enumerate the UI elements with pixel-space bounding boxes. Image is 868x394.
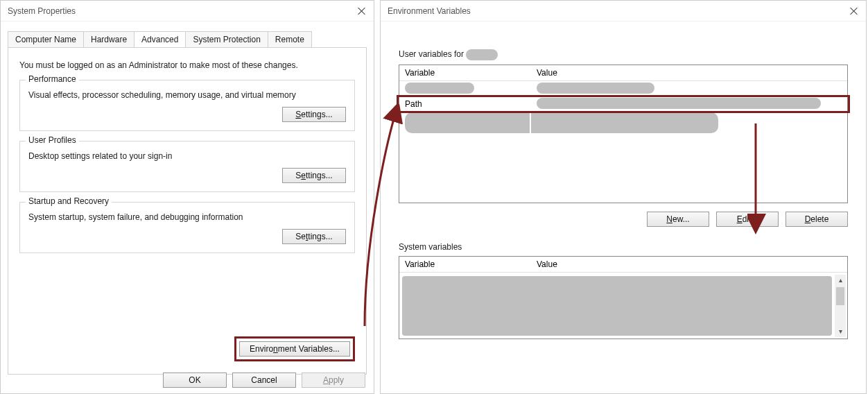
- tab-panel-advanced: You must be logged on as an Administrato…: [8, 47, 367, 375]
- tab-advanced[interactable]: Advanced: [134, 31, 186, 47]
- new-button[interactable]: New...: [647, 212, 709, 227]
- environment-variables-window: Environment Variables User variables for…: [380, 0, 867, 394]
- tab-computer-name[interactable]: Computer Name: [8, 31, 84, 47]
- system-vars-listbox[interactable]: Variable Value ▴ ▾: [399, 256, 848, 339]
- environment-variables-button[interactable]: Environment Variables...: [239, 341, 350, 357]
- chevron-down-icon[interactable]: ▾: [835, 326, 846, 337]
- delete-button[interactable]: Delete: [785, 212, 848, 227]
- settings-button-startup[interactable]: Settings...: [282, 229, 346, 244]
- user-vars-buttons: New... Edit... Delete: [399, 212, 848, 227]
- col-value[interactable]: Value: [531, 257, 847, 272]
- close-icon[interactable]: [849, 6, 859, 16]
- redacted-var: [405, 83, 474, 94]
- redacted-system-vars: [402, 276, 832, 336]
- ok-button[interactable]: OK: [163, 372, 227, 388]
- titlebar-env: Environment Variables: [381, 1, 866, 22]
- legend-performance: Performance: [26, 74, 79, 84]
- col-variable[interactable]: Variable: [399, 257, 531, 272]
- title-sysprop: System Properties: [8, 6, 76, 16]
- system-vars-header: Variable Value: [399, 257, 847, 273]
- redacted-val: [531, 112, 718, 133]
- legend-startup: Startup and Recovery: [26, 196, 112, 206]
- titlebar-sysprop: System Properties: [1, 1, 374, 22]
- table-row-path[interactable]: Path: [399, 96, 847, 112]
- col-variable[interactable]: Variable: [399, 65, 531, 80]
- col-value[interactable]: Value: [531, 65, 847, 80]
- admin-note: You must be logged on as an Administrato…: [19, 60, 355, 70]
- tab-hardware[interactable]: Hardware: [83, 31, 134, 47]
- settings-button-performance[interactable]: Settings...: [282, 107, 346, 122]
- tab-system-protection[interactable]: System Protection: [185, 31, 268, 47]
- close-icon[interactable]: [357, 6, 367, 16]
- apply-button: Apply: [302, 372, 365, 388]
- footer-buttons: OK Cancel Apply: [163, 372, 365, 388]
- scroll-thumb[interactable]: [836, 287, 844, 305]
- edit-button[interactable]: Edit...: [716, 212, 779, 227]
- chevron-up-icon[interactable]: ▴: [835, 275, 846, 286]
- redacted-val: [537, 83, 654, 94]
- desc-performance: Visual effects, processor scheduling, me…: [28, 90, 346, 100]
- system-properties-window: System Properties Computer Name Hardware…: [0, 0, 374, 394]
- desc-user-profiles: Desktop settings related to your sign-in: [28, 151, 346, 161]
- settings-button-user-profiles[interactable]: Settings...: [282, 168, 346, 183]
- tabs: Computer Name Hardware Advanced System P…: [8, 31, 367, 47]
- tab-remote[interactable]: Remote: [268, 31, 312, 47]
- group-startup-recovery: Startup and Recovery System startup, sys…: [19, 202, 355, 253]
- scrollbar[interactable]: ▴ ▾: [835, 275, 846, 337]
- redacted-var: [405, 112, 530, 133]
- cell-path-var: Path: [399, 96, 531, 112]
- env-body: User variables for Variable Value Path: [381, 22, 866, 346]
- group-performance: Performance Visual effects, processor sc…: [19, 80, 355, 131]
- legend-user-profiles: User Profiles: [26, 135, 79, 145]
- title-env: Environment Variables: [388, 6, 471, 16]
- cancel-button[interactable]: Cancel: [232, 372, 296, 388]
- user-vars-label: User variables for: [399, 49, 848, 60]
- desc-startup: System startup, system failure, and debu…: [28, 212, 346, 222]
- user-vars-listbox[interactable]: Variable Value Path: [399, 65, 848, 203]
- group-user-profiles: User Profiles Desktop settings related t…: [19, 141, 355, 192]
- system-vars-label: System variables: [399, 242, 848, 252]
- redacted-val: [537, 98, 821, 109]
- table-row[interactable]: [399, 112, 847, 135]
- env-button-wrap: Environment Variables...: [234, 336, 355, 361]
- highlight-env-button: Environment Variables...: [234, 336, 355, 361]
- redacted-username: [466, 49, 498, 60]
